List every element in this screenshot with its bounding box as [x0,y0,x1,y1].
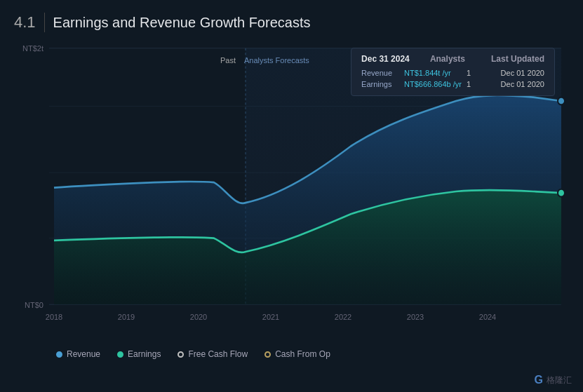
page-title: Earnings and Revenue Growth Forecasts [53,15,311,31]
x-label-2020: 2020 [190,312,207,320]
earnings-legend-label: Earnings [128,349,161,359]
tooltip-row-revenue: Revenue NT$1.844t /yr 1 Dec 01 2020 [361,67,544,79]
tooltip-header: Dec 31 2024 Analysts Last Updated [361,54,544,64]
tooltip-date: Dec 31 2024 [361,54,410,64]
y-label-top: NT$2t [22,44,44,53]
tooltip-row-earnings: Earnings NT$666.864b /yr 1 Dec 01 2020 [361,79,544,90]
header-divider [44,13,45,32]
chart-legend: Revenue Earnings Free Cash Flow Cash Fro… [14,345,569,359]
page-container: 4.1 Earnings and Revenue Growth Forecast… [0,0,583,392]
earnings-legend-dot [117,351,123,358]
tooltip-revenue-label: Revenue [361,69,400,77]
section-number: 4.1 [14,13,36,32]
x-label-2018: 2018 [46,312,62,320]
earnings-endpoint [558,189,565,197]
tooltip-earnings-updated: Dec 01 2020 [488,80,544,88]
revenue-legend-label: Revenue [67,349,100,359]
tooltip-earnings-value: NT$666.864b /yr [404,80,462,88]
x-label-2023: 2023 [407,312,424,320]
tooltip-updated-label: Last Updated [491,54,544,64]
past-label: Past [220,56,236,65]
revenue-legend-dot [56,351,62,358]
x-label-2021: 2021 [262,312,279,320]
legend-earnings: Earnings [117,349,161,359]
watermark-icon: G [535,374,543,386]
tooltip-revenue-analysts: 1 [462,69,476,77]
watermark-text: 格隆汇 [547,374,572,386]
x-label-2022: 2022 [335,312,351,320]
chart-area: Dec 31 2024 Analysts Last Updated Revenu… [14,41,569,342]
tooltip-earnings-analysts: 1 [462,80,476,88]
x-label-2024: 2024 [479,312,497,320]
legend-fcf: Free Cash Flow [177,349,248,359]
fcf-legend-dot [177,351,184,358]
fcf-legend-label: Free Cash Flow [188,349,248,359]
tooltip-earnings-label: Earnings [361,80,400,88]
cashop-legend-label: Cash From Op [275,349,330,359]
revenue-endpoint [558,97,565,105]
watermark: G 格隆汇 [535,374,572,386]
x-label-2019: 2019 [118,312,135,320]
data-tooltip: Dec 31 2024 Analysts Last Updated Revenu… [351,48,555,96]
tooltip-revenue-value: NT$1.844t /yr [404,69,462,77]
legend-revenue: Revenue [56,349,100,359]
y-label-bottom: NT$0 [25,300,43,309]
header: 4.1 Earnings and Revenue Growth Forecast… [14,13,569,32]
legend-cashop: Cash From Op [264,349,330,359]
tooltip-revenue-updated: Dec 01 2020 [488,69,544,77]
tooltip-analysts-label: Analysts [430,54,465,64]
cashop-legend-dot [264,351,271,358]
